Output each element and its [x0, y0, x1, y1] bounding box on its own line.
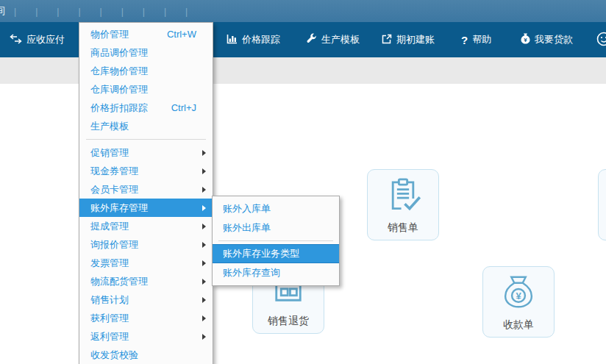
menu-item[interactable]: 商品调价管理	[79, 43, 213, 62]
submenu-arrow-icon	[202, 334, 206, 340]
submenu-arrow-icon	[202, 260, 206, 266]
topbar-item[interactable]	[78, 6, 99, 17]
topbar-item[interactable]	[121, 6, 143, 17]
card-partial[interactable]	[598, 169, 606, 240]
toolbar-item-label: 帮助	[472, 33, 491, 46]
menu-item[interactable]: 询报价管理	[79, 235, 213, 254]
question-icon: ?	[461, 34, 468, 46]
card-label: 销售单	[388, 221, 418, 235]
money-bag-icon: ¥	[521, 33, 530, 46]
top-menu-bar: 间	[0, 0, 606, 22]
submenu-arrow-icon	[202, 242, 206, 248]
menu-shortcut: Ctrl+J	[171, 102, 196, 113]
submenu-arrow-icon	[202, 315, 206, 321]
submenu-arrow-icon	[202, 297, 206, 303]
topbar-item[interactable]	[57, 6, 78, 17]
menu-item[interactable]: 现金券管理	[79, 162, 213, 180]
topbar-item[interactable]	[14, 6, 35, 17]
smiley-icon	[596, 31, 606, 49]
card-sales-order[interactable]: 销售单	[367, 169, 439, 240]
toolbar-item-service-face[interactable]	[596, 22, 606, 57]
toolbar-item-label: 应收应付	[26, 33, 65, 46]
menu-item[interactable]: 仓库物价管理	[79, 62, 213, 80]
submenu-item[interactable]: 账外库存业务类型	[213, 244, 339, 263]
menu-item[interactable]: 返利管理	[79, 327, 213, 346]
submenu-arrow-icon	[202, 205, 206, 211]
submenu-arrow-icon	[202, 187, 206, 193]
submenu-item[interactable]: 账外库存查询	[213, 263, 339, 282]
topbar-item[interactable]	[164, 6, 185, 17]
toolbar-item-initial-setup[interactable]: 期初建账	[382, 22, 435, 57]
menu-item[interactable]: 提成管理	[79, 217, 213, 235]
toolbar-item-production-template[interactable]: 生产模板	[306, 22, 360, 57]
menu-item[interactable]: 促销管理	[79, 143, 213, 162]
submenu-item[interactable]: 账外出库单	[213, 218, 339, 238]
topbar-item[interactable]	[143, 6, 164, 17]
menu-item[interactable]: 收发货校验	[79, 346, 213, 364]
toolbar-item-label: 期初建账	[396, 33, 435, 46]
off-book-inventory-submenu: 账外入库单 账外出库单 账外库存业务类型 账外库存查询	[212, 196, 340, 286]
submenu-item[interactable]: 账外入库单	[213, 199, 339, 218]
topbar-item[interactable]	[35, 6, 57, 17]
menu-item[interactable]: 会员卡管理	[79, 180, 213, 199]
topbar-item[interactable]	[185, 6, 207, 17]
menu-item[interactable]: 物流配货管理	[79, 272, 213, 290]
toolbar-item-help[interactable]: ? 帮助	[461, 22, 491, 57]
card-receipt[interactable]: ¥ 收款单	[482, 266, 555, 338]
svg-text:¥: ¥	[524, 37, 527, 43]
auxiliary-functions-menu: 物价管理 Ctrl+W 商品调价管理 仓库物价管理 仓库调价管理 价格折扣跟踪 …	[79, 22, 213, 364]
swap-arrows-icon	[10, 34, 22, 46]
external-link-icon	[382, 34, 392, 46]
menu-item[interactable]: 价格折扣跟踪 Ctrl+J	[79, 99, 213, 117]
submenu-arrow-icon	[202, 168, 206, 174]
card-label: 收款单	[503, 318, 534, 332]
toolbar-item-price-tracking[interactable]: 价格跟踪	[227, 22, 280, 57]
toolbar-item-loan[interactable]: ¥ 我要贷款	[521, 22, 573, 57]
submenu-arrow-icon	[202, 279, 206, 285]
wrench-icon	[306, 33, 317, 46]
menu-item[interactable]: 账外库存管理	[79, 199, 213, 217]
clipboard-check-icon	[384, 176, 422, 217]
topbar-item[interactable]	[100, 6, 121, 17]
card-label: 销售退货	[268, 315, 309, 328]
toolbar-item-label: 价格跟踪	[242, 33, 280, 46]
menu-item[interactable]: 仓库调价管理	[79, 80, 213, 99]
menu-item[interactable]: 物价管理 Ctrl+W	[79, 25, 213, 43]
toolbar-item-receivables[interactable]: 应收应付	[10, 22, 65, 57]
topbar-partial-item[interactable]: 间	[0, 4, 14, 18]
menu-item[interactable]: 销售计划	[79, 290, 213, 309]
submenu-arrow-icon	[202, 224, 206, 229]
svg-text:¥: ¥	[516, 290, 521, 301]
menu-item[interactable]: 生产模板	[79, 117, 213, 135]
toolbar-item-label: 我要贷款	[535, 33, 573, 46]
money-bag-yen-icon: ¥	[499, 273, 538, 314]
submenu-arrow-icon	[202, 150, 206, 156]
topbar-items	[14, 6, 207, 17]
menu-item[interactable]: 获利管理	[79, 309, 213, 327]
toolbar-item-label: 生产模板	[321, 33, 360, 46]
bar-chart-icon	[227, 34, 238, 46]
menu-item[interactable]: 发票管理	[79, 254, 213, 272]
menu-shortcut: Ctrl+W	[167, 29, 196, 40]
